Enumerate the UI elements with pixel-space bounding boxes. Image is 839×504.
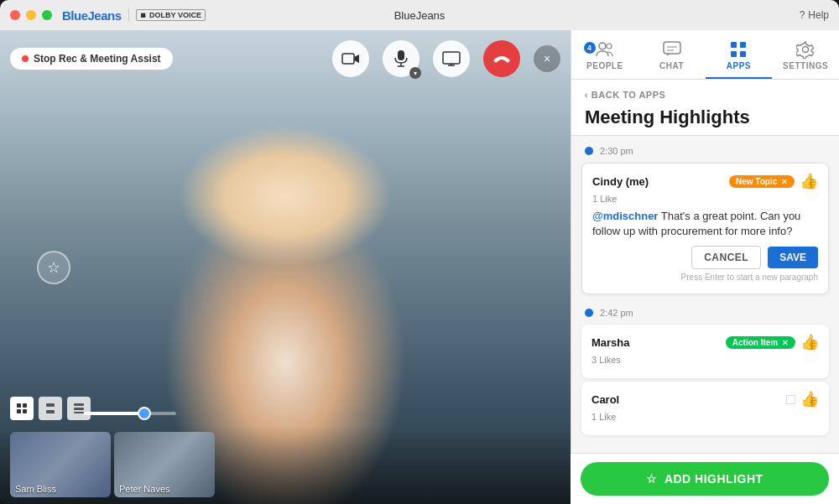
cancel-button[interactable]: CANCEL — [691, 246, 761, 269]
rec-dot — [22, 55, 29, 62]
svg-rect-22 — [731, 42, 737, 48]
thumbnail-peter[interactable]: Peter Naves — [114, 432, 215, 497]
maximize-window-button[interactable] — [42, 10, 52, 20]
panel-header: ‹ BACK TO APPS Meeting Highlights — [571, 80, 839, 136]
card-author-2: Marsha — [591, 336, 630, 349]
time-dot-2 — [585, 309, 593, 317]
add-highlight-button[interactable]: ☆ ADD HIGHLIGHT — [581, 462, 829, 496]
video-top-controls: Stop Rec & Meeting Assist — [10, 40, 560, 77]
card-badges-1: New Topic ✕ 👍 — [729, 172, 818, 190]
svg-rect-24 — [731, 51, 737, 57]
svg-marker-1 — [354, 55, 359, 63]
svg-rect-9 — [23, 403, 27, 408]
like-button-3[interactable]: 👍 — [800, 390, 819, 408]
camera-button[interactable] — [332, 40, 369, 77]
help-label: Help — [808, 9, 829, 21]
card-author-1: Cindy (me) — [592, 175, 649, 188]
minimize-window-button[interactable] — [26, 10, 36, 20]
time-label-2: 2:42 pm — [600, 308, 633, 318]
card-header-1: Cindy (me) New Topic ✕ 👍 — [592, 172, 818, 190]
svg-point-26 — [803, 47, 809, 53]
brand-divider — [128, 8, 129, 22]
people-badge: 4 — [584, 42, 596, 54]
volume-slider[interactable] — [84, 412, 176, 415]
tab-people-label: PEOPLE — [586, 61, 623, 70]
center-controls: ▾ — [332, 40, 560, 77]
tab-chat[interactable]: CHAT — [638, 37, 706, 79]
svg-rect-13 — [46, 410, 55, 413]
mention-text: @mdischner — [592, 210, 658, 222]
chat-icon — [663, 40, 681, 59]
card-content-1: @mdischner That's a great point. Can you… — [592, 209, 818, 239]
tab-people[interactable]: 4 PEOPLE — [571, 37, 638, 79]
right-panel: 4 PEOPLE CHAT — [571, 30, 839, 504]
badge-new-topic[interactable]: New Topic ✕ — [729, 175, 795, 188]
tab-apps[interactable]: APPS — [706, 37, 773, 79]
back-chevron-icon: ‹ — [585, 91, 588, 100]
card-likes-3: 1 Like — [591, 412, 819, 422]
mic-chevron: ▾ — [409, 67, 421, 79]
view-list-button[interactable] — [39, 397, 62, 420]
help-icon: ? — [800, 9, 805, 21]
save-button[interactable]: SAVE — [768, 247, 818, 268]
tab-bar: 4 PEOPLE CHAT — [571, 30, 839, 80]
view-film-button[interactable] — [67, 397, 91, 420]
tab-apps-label: APPS — [727, 61, 751, 70]
help-button[interactable]: ? Help — [800, 9, 829, 21]
svg-point-17 — [599, 43, 606, 49]
panel-title: Meeting Highlights — [585, 107, 826, 128]
camera-icon — [341, 51, 360, 66]
time-dot-1 — [585, 147, 593, 155]
tab-chat-label: CHAT — [659, 61, 684, 70]
card-actions-1: CANCEL SAVE — [592, 246, 818, 269]
screen-icon — [442, 51, 461, 66]
thumb-label-sam: Sam Bliss — [15, 484, 56, 494]
mic-button[interactable]: ▾ — [383, 40, 420, 77]
svg-rect-19 — [664, 42, 680, 54]
end-call-button[interactable] — [483, 40, 520, 77]
grid-icon — [16, 403, 28, 414]
mic-icon — [393, 49, 409, 68]
back-to-apps-button[interactable]: ‹ BACK TO APPS — [585, 90, 826, 100]
app-window: BlueJeans ⏹ DOLBY VOICE BlueJeans ? Help… — [0, 0, 839, 504]
screenshare-button[interactable] — [433, 40, 470, 77]
svg-rect-5 — [443, 52, 460, 64]
list-icon — [44, 403, 56, 414]
time-marker-2: 2:42 pm — [571, 298, 839, 321]
card-likes-1: 1 Like — [592, 194, 818, 204]
video-area: Stop Rec & Meeting Assist — [0, 30, 571, 504]
comment-icon[interactable]: □ — [786, 391, 795, 408]
like-button-1[interactable]: 👍 — [800, 172, 818, 190]
svg-rect-16 — [74, 412, 84, 413]
svg-rect-14 — [74, 403, 84, 406]
close-video-button[interactable]: × — [534, 45, 560, 72]
highlight-card-2: Marsha Action Item ✕ 👍 3 Likes — [581, 325, 829, 378]
slider-fill — [84, 412, 139, 415]
card-badges-3: □ 👍 — [786, 390, 819, 408]
card-badges-2: Action Item ✕ 👍 — [726, 333, 819, 351]
people-icon — [596, 40, 614, 59]
brand-logo: BlueJeans — [62, 8, 122, 23]
stop-rec-label: Stop Rec & Meeting Assist — [34, 53, 161, 65]
badge-action-item[interactable]: Action Item ✕ — [726, 336, 795, 349]
star-button[interactable]: ☆ — [37, 251, 70, 284]
like-button-2[interactable]: 👍 — [800, 333, 819, 351]
dolby-badge: ⏹ DOLBY VOICE — [136, 9, 206, 21]
time-marker-1: 2:30 pm — [571, 136, 839, 159]
stop-rec-button[interactable]: Stop Rec & Meeting Assist — [10, 48, 173, 70]
tab-settings-label: SETTINGS — [783, 61, 828, 70]
settings-icon — [796, 40, 815, 59]
svg-rect-8 — [17, 403, 21, 408]
card-header-2: Marsha Action Item ✕ 👍 — [591, 333, 819, 351]
slider-thumb[interactable] — [138, 407, 151, 420]
view-grid-button[interactable] — [10, 397, 34, 420]
svg-point-18 — [607, 44, 612, 49]
dolby-icon: ⏹ — [140, 12, 148, 19]
thumbnail-sam[interactable]: Sam Bliss — [10, 432, 111, 497]
close-window-button[interactable] — [10, 10, 20, 20]
tab-settings[interactable]: SETTINGS — [772, 37, 839, 79]
thumbnails-bar: Sam Bliss Peter Naves — [0, 425, 571, 504]
svg-rect-23 — [740, 42, 746, 48]
highlight-card-1: Cindy (me) New Topic ✕ 👍 1 Like @mdischn… — [581, 163, 829, 294]
card-header-3: Carol □ 👍 — [591, 390, 819, 408]
